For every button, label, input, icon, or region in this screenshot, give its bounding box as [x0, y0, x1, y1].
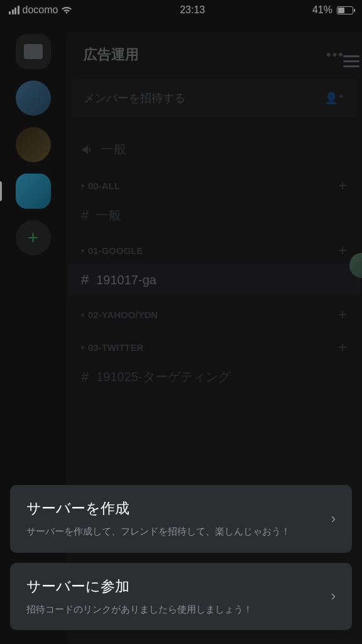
create-server-subtitle: サーバーを作成して、フレンドを招待して、楽しんじゃおう！ [26, 525, 321, 539]
chevron-down-icon: ▾ [81, 344, 84, 351]
category-name: 00-ALL [88, 180, 120, 191]
direct-messages-button[interactable] [16, 34, 51, 69]
carrier-label: docomo [23, 4, 58, 16]
join-server-title: サーバーに参加 [26, 577, 321, 596]
add-channel-button[interactable]: + [338, 242, 347, 259]
category-name: 01-GOOGLE [88, 245, 143, 256]
speech-bubble-icon [24, 44, 43, 59]
more-options-button[interactable]: ••• [326, 47, 344, 63]
channel-name: 一般 [96, 207, 121, 224]
create-server-title: サーバーを作成 [26, 499, 321, 518]
add-channel-button[interactable]: + [338, 338, 347, 356]
add-person-icon: 👤⁺ [324, 91, 344, 105]
panel-header: 広告運用 ••• [66, 31, 362, 79]
hamburger-menu-button[interactable] [343, 55, 359, 67]
channel-name: 191017-ga [96, 273, 156, 287]
hash-icon: # [81, 208, 89, 224]
speaker-icon [81, 143, 95, 157]
create-server-button[interactable]: サーバーを作成 サーバーを作成して、フレンドを招待して、楽しんじゃおう！ › [10, 485, 352, 553]
voice-channel-row[interactable]: 一般 [66, 132, 362, 167]
status-left: docomo [9, 4, 72, 16]
category-header-00[interactable]: ▾00-ALL + [66, 167, 362, 199]
category-name: 02-YAHOO/YDN [88, 309, 158, 320]
chevron-down-icon: ▾ [81, 247, 84, 254]
battery-percent: 41% [312, 4, 332, 16]
wifi-icon [61, 6, 72, 14]
category-header-02[interactable]: ▾02-YAHOO/YDN + [66, 296, 362, 328]
category-header-03[interactable]: ▾03-TWITTER + [66, 328, 362, 361]
plus-icon: + [28, 227, 39, 248]
channel-name: 191025-ターゲティング [96, 369, 230, 386]
text-channel[interactable]: # 191025-ターゲティング [66, 361, 362, 393]
text-channel-active[interactable]: # 191017-ga [69, 264, 359, 296]
bottom-sheet: サーバーを作成 サーバーを作成して、フレンドを招待して、楽しんじゃおう！ › サ… [10, 485, 352, 630]
status-bar: docomo 23:13 41% [0, 0, 362, 20]
clock: 23:13 [180, 4, 205, 16]
voice-channel-name: 一般 [101, 141, 126, 158]
chevron-right-icon: › [331, 588, 336, 604]
hash-icon: # [81, 369, 89, 386]
join-server-subtitle: 招待コードのリンクがありましたら使用しましょう！ [26, 602, 321, 617]
server-avatar-1[interactable] [16, 80, 51, 116]
signal-icon [9, 6, 19, 14]
category-name: 03-TWITTER [88, 342, 143, 353]
join-server-button[interactable]: サーバーに参加 招待コードのリンクがありましたら使用しましょう！ › [10, 563, 352, 631]
invite-members-button[interactable]: メンバーを招待する 👤⁺ [71, 79, 357, 117]
chevron-down-icon: ▾ [81, 182, 84, 189]
text-channel[interactable]: # 一般 [66, 199, 362, 231]
hash-icon: # [81, 272, 89, 288]
battery-icon [337, 6, 353, 14]
status-right: 41% [312, 4, 353, 16]
server-title: 広告運用 [84, 45, 139, 64]
add-server-button[interactable]: + [16, 220, 51, 255]
invite-label: メンバーを招待する [84, 91, 185, 106]
server-avatar-2[interactable] [16, 127, 51, 162]
category-header-01[interactable]: ▾01-GOOGLE + [66, 231, 362, 264]
chevron-right-icon: › [331, 511, 336, 527]
add-channel-button[interactable]: + [338, 177, 347, 194]
chevron-down-icon: ▾ [81, 311, 84, 318]
add-channel-button[interactable]: + [338, 306, 347, 323]
server-avatar-3[interactable] [16, 174, 51, 209]
